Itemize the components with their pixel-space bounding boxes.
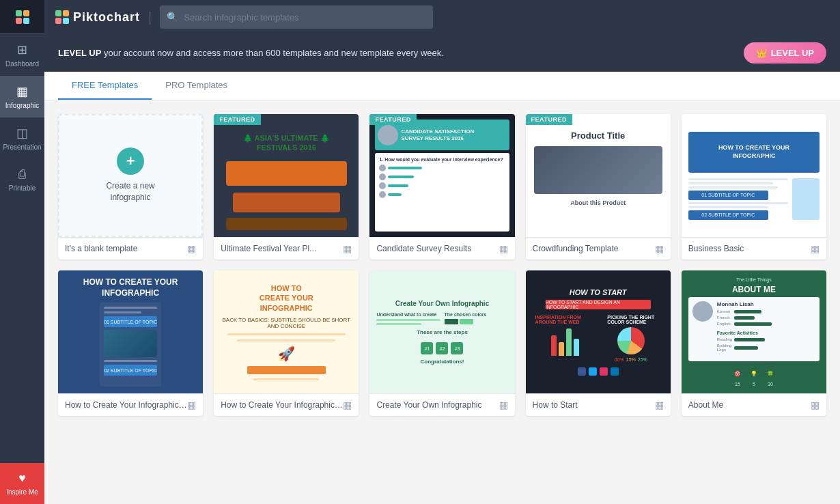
business-subtitle-1: 01 SUBTITLE OF TOPIC [688,191,768,200]
template-card-how-dark[interactable]: HOW TO START HOW TO START AND DESIGN AN … [526,270,671,416]
business-header-text: HOW TO CREATE YOURINFOGRAPHIC [716,141,792,163]
about-me-avatar [692,301,713,322]
info-icon[interactable]: ▦ [343,400,352,410]
search-input[interactable] [184,12,426,23]
level-up-label: LEVEL UP [771,48,814,58]
info-icon[interactable]: ▦ [811,243,820,254]
template-card-how-orange[interactable]: HOW TOCREATE YOURINFOGRAPHIC BACK TO BAS… [214,270,359,416]
search-bar[interactable]: 🔍 [160,5,433,29]
about-me-body: Monnah Lisah Korean French English Favor… [688,297,820,361]
sidebar-item-presentation[interactable]: ◫ Presentation [0,117,44,159]
template-thumb-how-orange: HOW TOCREATE YOURINFOGRAPHIC BACK TO BAS… [214,270,359,393]
about-me-name: Monnah Lisah [717,301,815,307]
sidebar: ⊞ Dashboard ▦ Infographic ◫ Presentation… [0,0,44,504]
template-name: Candidate Survey Results [376,244,499,253]
logo[interactable] [0,0,44,34]
congrats-label: Congratulations! [420,359,464,365]
tab-free[interactable]: FREE Templates [58,72,152,100]
header: Piktochart | 🔍 [44,0,840,34]
rocket-icon: 🚀 [278,346,295,362]
featured-badge: FEATURED [369,114,416,125]
level-up-button[interactable]: 👑 LEVEL UP [744,42,826,64]
template-name: How to Start [533,400,655,410]
infographic-icon: ▦ [16,84,28,99]
about-label: About this Product [570,199,626,206]
social-fb [578,367,586,376]
template-card-how-blue[interactable]: HOW TO CREATE YOUR INFOGRAPHIC 01 SUBTIT… [58,270,203,416]
create-new-label: Create a newinfographic [106,180,154,204]
info-icon[interactable]: ▦ [811,400,820,410]
template-card-crowdfunding[interactable]: FEATURED Product Title About this Produc… [526,114,671,260]
template-thumb-about-me: The Little Things ABOUT ME Monnah Lisah … [682,270,826,393]
template-grid-row2: HOW TO CREATE YOUR INFOGRAPHIC 01 SUBTIT… [58,270,826,416]
sidebar-item-label: Infographic [5,102,39,109]
festival-footer-bar [226,218,347,230]
stat-icon-1: 🎯 [731,367,744,380]
about-me-stat-icons: 🎯 15 💡 5 🍀 30 [731,367,777,387]
presentation-icon: ◫ [16,126,28,141]
info-icon[interactable]: ▦ [499,243,508,254]
how-dark-bars [535,328,596,356]
about-me-info: Monnah Lisah Korean French English Favor… [717,301,815,357]
info-icon[interactable]: ▦ [343,243,352,254]
template-thumb-create-green: Create Your Own Infographic Understand w… [369,270,514,393]
how-blue-title: HOW TO CREATE YOUR INFOGRAPHIC [65,277,196,298]
heart-icon: ♥ [18,471,26,486]
social-icons [578,367,619,376]
info-icon[interactable]: ▦ [655,243,664,254]
stat-icon-3: 🍀 [764,367,777,380]
how-orange-sub: BACK TO BASICS: SUBTITLE SHOULD BE SHORT… [221,317,352,329]
how-orange-line1 [227,333,346,335]
template-card-business[interactable]: HOW TO CREATE YOURINFOGRAPHIC 01 SUBTITL… [682,114,826,260]
promo-banner: LEVEL UP your account now and access mor… [44,34,840,72]
how-dark-title: HOW TO START [570,288,627,297]
info-icon[interactable]: ▦ [655,400,664,410]
header-divider: | [148,10,152,25]
social-ig [600,367,608,376]
template-thumb-business: HOW TO CREATE YOURINFOGRAPHIC 01 SUBTITL… [682,114,826,237]
sidebar-item-dashboard[interactable]: ⊞ Dashboard [0,34,44,76]
inspire-me-button[interactable]: ♥ Inspire Me [0,463,44,504]
sidebar-item-infographic[interactable]: ▦ Infographic [0,76,44,117]
template-card-create-green[interactable]: Create Your Own Infographic Understand w… [369,270,514,416]
info-icon[interactable]: ▦ [187,243,196,254]
template-footer-about-me: About Me ▦ [682,393,826,416]
template-card-blank[interactable]: + Create a newinfographic It's a blank t… [58,114,203,260]
stat-icon-2: 💡 [747,367,761,380]
business-image [792,178,820,220]
about-me-title: ABOUT ME [732,285,776,294]
template-footer-business: Business Basic ▦ [682,237,826,260]
template-name: Crowdfunding Template [533,244,655,253]
how-blue-body: 01 SUBTITLE OF TOPIC 02 SUBTITLE OF TOPI… [100,303,161,387]
info-icon[interactable]: ▦ [499,400,508,410]
template-thumb-festival: FEATURED 🌲 ASIA'S ULTIMATE 🌲FESTIVALS 20… [214,114,359,237]
how-orange-title: HOW TOCREATE YOURINFOGRAPHIC [260,283,313,313]
steps-label: These are the steps [417,329,468,335]
survey-bars [379,165,505,198]
bar3 [566,328,572,356]
subtitle-text: 01 SUBTITLE OF TOPIC [701,193,755,197]
sidebar-item-label: Printable [9,184,36,192]
tab-pro[interactable]: PRO Templates [152,72,241,100]
social-li [611,367,619,376]
template-card-about-me[interactable]: The Little Things ABOUT ME Monnah Lisah … [682,270,826,416]
template-card-festival[interactable]: FEATURED 🌲 ASIA'S ULTIMATE 🌲FESTIVALS 20… [214,114,359,260]
sidebar-item-printable[interactable]: ⎙ Printable [0,159,44,200]
template-footer-how-orange: How to Create Your Infographic (orange) … [214,393,359,416]
how-blue-img [104,330,157,357]
how-orange-line2 [237,339,335,341]
template-name: How to Create Your Infographic (orange) [221,400,343,410]
bar2 [559,342,564,356]
template-footer-how-blue: How to Create Your Infographic (blue) ▦ [58,393,203,416]
create-green-title: Create Your Own Infographic [395,299,489,308]
template-tabs: FREE Templates PRO Templates [44,72,840,100]
main-area: Piktochart | 🔍 LEVEL UP your account now… [44,0,840,504]
template-card-survey[interactable]: FEATURED CANDIDATE SATISFACTIONSURVEY RE… [369,114,514,260]
pie-chart [617,327,645,354]
info-icon[interactable]: ▦ [187,400,196,410]
blank-thumb: + Create a newinfographic [58,114,203,237]
template-footer-blank: It's a blank template ▦ [58,237,203,260]
template-name: Create Your Own Infographic [376,400,499,410]
template-grid-row1: + Create a newinfographic It's a blank t… [58,114,826,260]
sidebar-item-label: Dashboard [5,60,39,68]
